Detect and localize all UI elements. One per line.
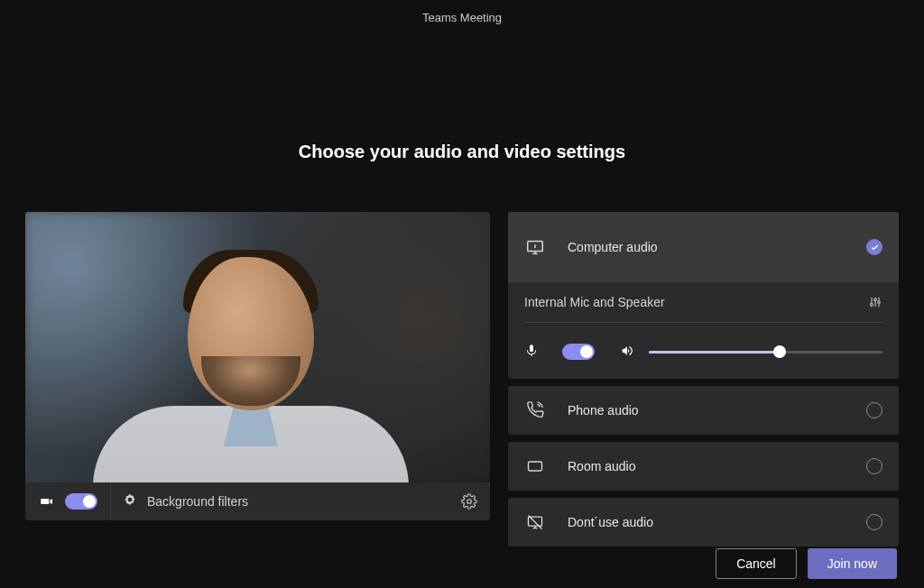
no-audio-label: Dont´use audio bbox=[568, 515, 866, 529]
svg-point-2 bbox=[871, 303, 873, 306]
window-title: Teams Meeting bbox=[0, 0, 924, 24]
background-filters-label: Background filters bbox=[147, 494, 248, 509]
camera-preview bbox=[25, 212, 490, 482]
room-audio-radio[interactable] bbox=[866, 458, 882, 474]
no-audio-radio[interactable] bbox=[866, 514, 882, 530]
selected-check-icon bbox=[866, 239, 882, 255]
svg-point-0 bbox=[467, 500, 472, 504]
audio-device-settings-button[interactable] bbox=[868, 295, 882, 309]
no-audio-option[interactable]: Dont´use audio bbox=[508, 498, 899, 547]
computer-audio-card: Computer audio Internal Mic and Speaker bbox=[508, 212, 899, 379]
svg-point-4 bbox=[878, 301, 881, 304]
video-toolbar: Background filters bbox=[25, 482, 490, 520]
video-settings-button[interactable] bbox=[461, 493, 477, 510]
settings-heading: Choose your audio and video settings bbox=[0, 142, 924, 162]
audio-device-label: Internal Mic and Speaker bbox=[524, 295, 665, 309]
audio-device-config: Internal Mic and Speaker bbox=[508, 282, 899, 379]
computer-audio-icon bbox=[524, 236, 546, 258]
room-audio-icon bbox=[524, 455, 546, 477]
camera-toggle[interactable] bbox=[65, 493, 97, 510]
microphone-toggle[interactable] bbox=[562, 344, 595, 360]
camera-icon bbox=[38, 492, 56, 510]
action-buttons: Cancel Join now bbox=[716, 548, 897, 579]
background-filters-button[interactable]: Background filters bbox=[111, 482, 461, 520]
computer-audio-label: Computer audio bbox=[568, 240, 866, 254]
audio-panel: Computer audio Internal Mic and Speaker bbox=[508, 212, 899, 547]
phone-audio-option[interactable]: Phone audio bbox=[508, 386, 899, 435]
computer-audio-option[interactable]: Computer audio bbox=[508, 212, 899, 282]
no-audio-icon bbox=[524, 511, 546, 533]
join-now-button[interactable]: Join now bbox=[808, 548, 897, 579]
background-effects-icon bbox=[122, 492, 138, 511]
svg-rect-5 bbox=[529, 462, 542, 471]
phone-audio-label: Phone audio bbox=[568, 403, 866, 418]
room-audio-label: Room audio bbox=[568, 459, 866, 473]
speaker-icon bbox=[620, 344, 636, 360]
microphone-icon bbox=[524, 344, 541, 360]
cancel-button[interactable]: Cancel bbox=[716, 548, 797, 579]
volume-slider[interactable] bbox=[649, 341, 882, 363]
volume-slider-knob[interactable] bbox=[773, 345, 786, 358]
room-audio-option[interactable]: Room audio bbox=[508, 442, 899, 491]
phone-audio-icon bbox=[524, 400, 546, 421]
svg-point-3 bbox=[874, 299, 877, 301]
phone-audio-radio[interactable] bbox=[866, 402, 882, 418]
video-panel: Background filters bbox=[25, 212, 490, 547]
